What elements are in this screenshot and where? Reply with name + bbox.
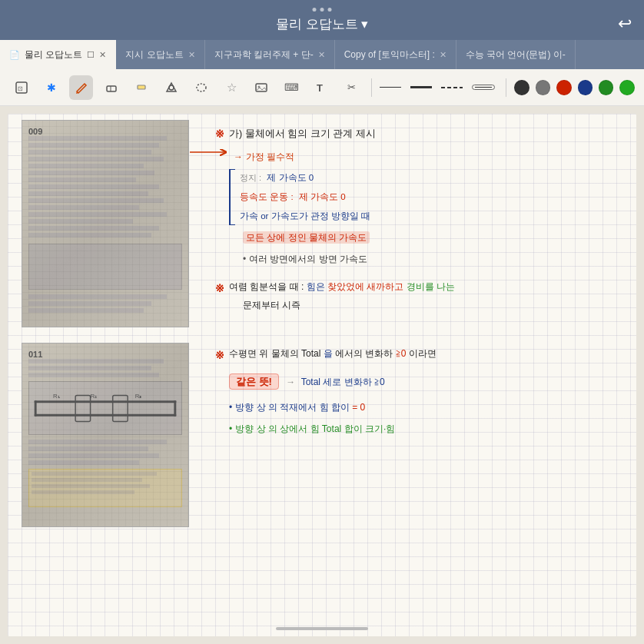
scissors-tool[interactable]: ✂ bbox=[340, 75, 363, 100]
line-thin[interactable] bbox=[380, 87, 401, 88]
color-gray[interactable] bbox=[536, 80, 550, 95]
title-bar: 물리 오답노트 ▾ ↩ bbox=[0, 0, 644, 40]
dot-1 bbox=[313, 8, 317, 12]
svg-rect-8 bbox=[256, 84, 267, 91]
tab-geo-killer[interactable]: 지구과학 킬러주제 + 단- ✕ bbox=[205, 40, 335, 69]
page-009-notes: ※ 가) 물체에서 힘의 크기 관계 제시 → 가정 필수적 정지 : 제 가속… bbox=[215, 123, 621, 314]
lasso2-tool[interactable] bbox=[190, 75, 214, 100]
lasso-tool[interactable]: ⊡ bbox=[9, 75, 33, 100]
svg-rect-16 bbox=[75, 395, 90, 421]
canvas-area[interactable]: 009 bbox=[0, 106, 644, 644]
color-blue[interactable] bbox=[578, 80, 593, 95]
image-tool[interactable] bbox=[250, 75, 274, 100]
title-chevron-icon[interactable]: ▾ bbox=[361, 16, 368, 32]
page-011-image: 011 R₁ bbox=[22, 343, 189, 527]
svg-point-7 bbox=[197, 84, 206, 91]
tab-physics-notes[interactable]: 📄 물리 오답노트 ☐ ✕ bbox=[0, 40, 116, 69]
tab-close-toeic[interactable]: ✕ bbox=[440, 50, 446, 60]
dot-2 bbox=[320, 8, 324, 12]
eraser-tool[interactable] bbox=[99, 75, 123, 100]
back-button[interactable]: ↩ bbox=[618, 14, 632, 34]
page-009-image: 009 bbox=[22, 120, 189, 327]
color-red[interactable] bbox=[556, 80, 571, 95]
tab-close-physics[interactable]: ✕ bbox=[99, 50, 106, 60]
svg-text:T: T bbox=[317, 82, 323, 94]
window-dots bbox=[313, 8, 332, 12]
tab-close-geo[interactable]: ✕ bbox=[318, 50, 325, 60]
tab-bar: 📄 물리 오답노트 ☐ ✕ 지시 오답노트 ✕ 지구과학 킬러주제 + 단- ✕… bbox=[0, 40, 644, 69]
pen-tool[interactable] bbox=[69, 75, 93, 100]
dot-3 bbox=[328, 8, 332, 12]
svg-rect-14 bbox=[35, 400, 37, 416]
keyboard-tool[interactable]: ⌨ bbox=[280, 75, 304, 100]
tab-korean-lang[interactable]: 수능 국어 언어(문법) 이- bbox=[456, 40, 576, 69]
color-green[interactable] bbox=[619, 80, 634, 95]
line-style-selected[interactable] bbox=[472, 85, 495, 91]
toolbar: ⊡ ✱ ☆ ⌨ T ✂ bbox=[0, 69, 644, 106]
shapes-tool[interactable] bbox=[159, 75, 183, 100]
svg-rect-17 bbox=[113, 395, 128, 421]
line-dashed[interactable] bbox=[441, 87, 463, 88]
svg-rect-15 bbox=[174, 400, 176, 416]
svg-text:R₃: R₃ bbox=[135, 393, 142, 400]
app-title: 물리 오답노트 ▾ bbox=[276, 15, 368, 33]
page-011-notes: ※ 수평면 위 물체의 Total 을 에서의 변화하 ≧0 이라면 같은 뜻!… bbox=[215, 344, 621, 441]
svg-rect-2 bbox=[107, 86, 116, 91]
separator-1 bbox=[371, 78, 372, 97]
line-medium[interactable] bbox=[410, 86, 432, 88]
tab-close-earth[interactable]: ✕ bbox=[188, 50, 195, 60]
color-dark[interactable] bbox=[514, 80, 529, 95]
svg-rect-4 bbox=[138, 85, 145, 89]
title-label: 물리 오답노트 bbox=[276, 15, 358, 33]
scroll-indicator bbox=[276, 627, 368, 630]
svg-rect-13 bbox=[35, 414, 177, 417]
text-tool[interactable]: T bbox=[310, 75, 334, 100]
star-tool[interactable]: ☆ bbox=[220, 75, 244, 100]
separator-2 bbox=[506, 78, 506, 97]
svg-text:R₁: R₁ bbox=[53, 393, 60, 400]
tab-label-korean: 수능 국어 언어(문법) 이- bbox=[466, 48, 566, 61]
bluetooth-icon[interactable]: ✱ bbox=[39, 75, 63, 100]
tab-label-earth: 지시 오답노트 bbox=[125, 48, 183, 61]
tab-label-physics: 물리 오답노트 bbox=[25, 48, 82, 61]
marker-tool[interactable] bbox=[129, 75, 153, 100]
tab-icon-physics: 📄 bbox=[9, 50, 20, 60]
tab-ext-icon: ☐ bbox=[87, 50, 95, 60]
color-dark-green[interactable] bbox=[599, 80, 613, 95]
tab-copy-toeic[interactable]: Copy of [토익마스터] : ✕ bbox=[335, 40, 456, 69]
svg-text:⊡: ⊡ bbox=[18, 85, 23, 92]
grid-paper: 009 bbox=[8, 114, 636, 636]
tab-earth-science-notes[interactable]: 지시 오답노트 ✕ bbox=[116, 40, 204, 69]
tab-label-toeic: Copy of [토익마스터] : bbox=[344, 48, 435, 61]
tab-label-geo: 지구과학 킬러주제 + 단- bbox=[214, 48, 314, 61]
svg-rect-12 bbox=[35, 400, 177, 403]
svg-text:R₂: R₂ bbox=[91, 393, 98, 400]
svg-point-6 bbox=[169, 85, 174, 90]
